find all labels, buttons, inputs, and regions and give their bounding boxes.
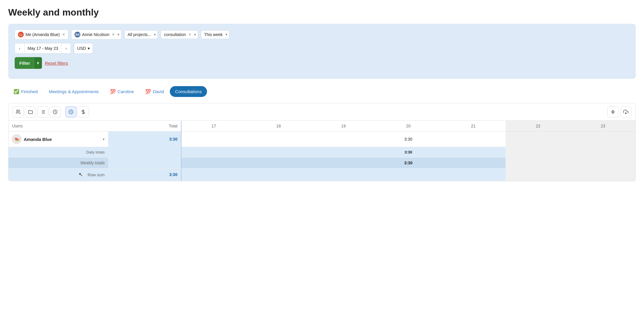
view-dollar-button[interactable]	[78, 106, 89, 117]
weekly-total-23	[571, 158, 635, 168]
row-sum-row: ↖ Row sum 3:30	[9, 168, 635, 181]
table-toolbar	[9, 103, 635, 121]
currency-label: USD	[77, 46, 86, 51]
clock-filled-icon	[68, 109, 74, 115]
weekly-total-19	[311, 158, 376, 168]
tab-caroline-label: Caroline	[118, 89, 134, 94]
amanda-day-23	[571, 132, 635, 147]
sort-button[interactable]	[607, 106, 618, 117]
daily-total-20: 3:30	[376, 147, 441, 158]
tab-meetings[interactable]: Meetings & Appointments	[44, 86, 104, 97]
time-period-caret: ▾	[226, 33, 227, 37]
filter-btn-caret[interactable]: ▾	[34, 57, 42, 69]
daily-total-22	[506, 147, 570, 158]
user-cell: 🍉 Amanda Blue ▾	[9, 132, 108, 147]
annie-remove-icon[interactable]: ✕	[112, 33, 115, 37]
currency-selector[interactable]: USD ▾	[74, 43, 93, 54]
view-list-button[interactable]	[37, 106, 48, 117]
tab-consultations[interactable]: Consultations	[170, 86, 207, 97]
view-clock-filled-button[interactable]	[65, 106, 77, 117]
date-next-button[interactable]: ›	[61, 43, 71, 53]
list-icon	[40, 109, 45, 115]
users-dropdown-caret: ▾	[118, 33, 119, 37]
table-header: Users Total 17 18 19 20 21 22 23	[9, 121, 635, 132]
time-period-filter[interactable]: This week ▾	[201, 30, 229, 39]
filter-row-1: 🍉 Me (Amanda Blue) ✕ AN Annie Nicolson ✕…	[15, 30, 629, 40]
weekly-totals-label: Weekly totals	[9, 158, 108, 168]
row-sum-d19	[311, 168, 376, 181]
daily-total-21	[441, 147, 506, 158]
date-prev-button[interactable]: ‹	[15, 43, 24, 53]
export-button[interactable]	[620, 106, 631, 117]
me-avatar: 🍉	[18, 32, 24, 37]
tab-david[interactable]: 💯 David	[140, 86, 169, 97]
me-remove-icon[interactable]: ✕	[62, 33, 65, 37]
amanda-avatar-img: 🍉	[12, 134, 21, 144]
daily-totals-label: Daily totals	[9, 147, 108, 158]
currency-caret: ▾	[88, 46, 90, 51]
daily-total-17	[181, 147, 246, 158]
filter-btn-label: Filter	[19, 61, 34, 66]
clock-outline-icon	[52, 109, 58, 115]
annie-avatar: AN	[74, 32, 80, 37]
amanda-day-21	[441, 132, 506, 147]
expand-user-button[interactable]: ▾	[103, 137, 105, 141]
caroline-emoji: 💯	[110, 89, 116, 94]
weekly-total-17	[181, 158, 246, 168]
filter-row-2: ‹ May 17 - May 23 › USD ▾	[15, 43, 629, 54]
david-emoji: 💯	[145, 89, 151, 94]
daily-totals-total	[108, 147, 181, 158]
table-section: Users Total 17 18 19 20 21 22 23	[8, 103, 636, 181]
task-type-label: consultation	[164, 32, 186, 37]
projects-caret: ▾	[154, 33, 156, 37]
weekly-total-22	[506, 158, 570, 168]
task-type-remove-icon[interactable]: ✕	[188, 33, 191, 37]
user-filter-chip-me[interactable]: 🍉 Me (Amanda Blue) ✕	[15, 30, 68, 40]
daily-total-18	[246, 147, 311, 158]
sort-icon	[610, 109, 616, 115]
toolbar-left	[13, 106, 89, 117]
me-label: Me (Amanda Blue)	[26, 32, 60, 37]
col-day-18: 18	[246, 121, 311, 132]
row-sum-d20	[376, 168, 441, 181]
amanda-day-20: 3:30	[376, 132, 441, 147]
filter-row-3: Filter ▾ Reset filters	[15, 57, 629, 69]
projects-filter[interactable]: All projects... ▾	[124, 30, 158, 39]
row-sum-d23	[571, 168, 635, 181]
amanda-day-19	[311, 132, 376, 147]
tab-finished[interactable]: ✅ Finished	[8, 86, 43, 97]
time-period-label: This week	[204, 32, 223, 37]
user-row-amanda: 🍉 Amanda Blue ▾ 3:30 3:30	[9, 132, 635, 147]
page-title: Weekly and monthly	[8, 7, 636, 18]
reset-filters-button[interactable]: Reset filters	[45, 61, 68, 66]
view-clock-outline-button[interactable]	[50, 106, 61, 117]
tabs-row: ✅ Finished Meetings & Appointments 💯 Car…	[8, 86, 636, 97]
tab-meetings-label: Meetings & Appointments	[49, 89, 99, 94]
tab-caroline[interactable]: 💯 Caroline	[105, 86, 139, 97]
row-sum-label: Row sum	[88, 173, 105, 177]
filter-button[interactable]: Filter ▾	[15, 57, 42, 69]
view-folder-button[interactable]	[25, 106, 36, 117]
weekly-total-21	[441, 158, 506, 168]
finished-emoji: ✅	[13, 89, 19, 94]
weekly-totals-row: Weekly totals 3:30	[9, 158, 635, 168]
users-icon	[16, 109, 21, 115]
cursor-indicator: ↖	[79, 171, 83, 178]
row-sum-d21	[441, 168, 506, 181]
daily-total-23	[571, 147, 635, 158]
task-type-filter[interactable]: consultation ✕ ▾	[161, 30, 198, 39]
view-users-button[interactable]	[13, 106, 24, 117]
amanda-total: 3:30	[108, 132, 181, 147]
weekly-total-20: 3:30	[376, 158, 441, 168]
user-filter-chip-annie[interactable]: AN Annie Nicolson ✕ ▾	[71, 30, 121, 40]
weekly-total-18	[246, 158, 311, 168]
filter-panel: 🍉 Me (Amanda Blue) ✕ AN Annie Nicolson ✕…	[8, 24, 636, 79]
toolbar-right	[607, 106, 631, 117]
svg-text:🍉: 🍉	[14, 137, 20, 142]
dollar-icon	[81, 109, 86, 115]
weekly-table: Users Total 17 18 19 20 21 22 23	[9, 121, 635, 181]
row-sum-value: 3:30	[108, 168, 181, 181]
col-day-20: 20	[376, 121, 441, 132]
table-body: 🍉 Amanda Blue ▾ 3:30 3:30 D	[9, 132, 635, 181]
tab-david-label: David	[153, 89, 164, 94]
